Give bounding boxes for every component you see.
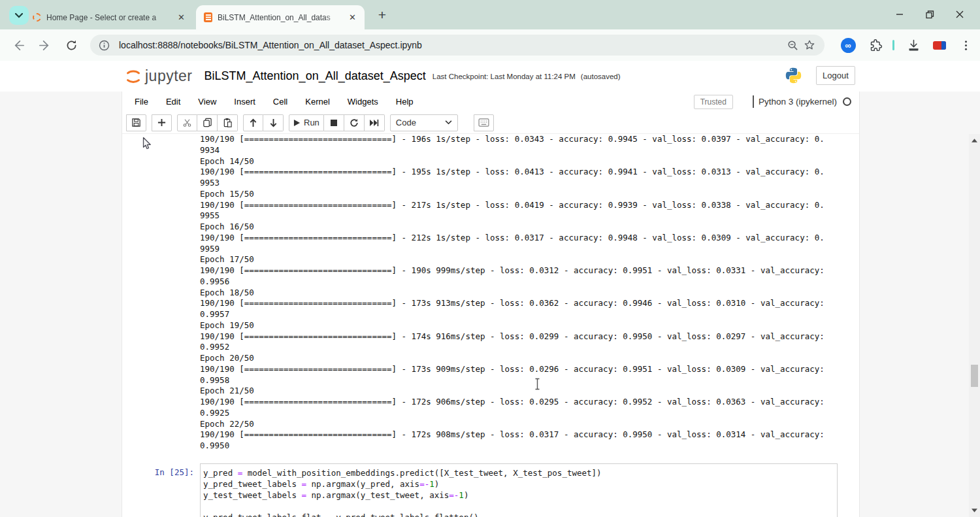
browser-tab-notebook[interactable]: BiLSTM_Attention_on_All_datas ✕ [196, 5, 365, 29]
window-close-button[interactable] [945, 5, 975, 24]
idm-extension-icon [933, 41, 946, 50]
notebook-content: 190/190 [==============================]… [122, 134, 859, 517]
kernel-name[interactable]: Python 3 (ipykernel) [759, 97, 837, 107]
output-area: 190/190 [==============================]… [200, 134, 859, 452]
output-line: 190/190 [==============================]… [200, 167, 859, 178]
idm-extension-button[interactable] [930, 36, 949, 54]
menu-view[interactable]: View [198, 97, 216, 107]
save-button[interactable] [126, 114, 146, 131]
scrollbar-thumb[interactable] [971, 365, 978, 387]
back-button[interactable] [10, 37, 26, 53]
site-info-icon[interactable] [95, 37, 112, 54]
puzzle-icon [869, 39, 883, 52]
output-line: Epoch 19/50 [200, 320, 859, 331]
bookmark-star-icon[interactable] [801, 37, 818, 54]
output-line: 190/190 [==============================]… [200, 134, 859, 145]
move-cell-down-button[interactable] [263, 114, 284, 131]
output-line: Epoch 22/50 [200, 419, 859, 430]
chevron-down-icon [445, 120, 452, 125]
window-controls [885, 5, 975, 24]
output-line: 0.9952 [200, 342, 859, 353]
code-line [203, 501, 834, 512]
output-line: 0.9957 [200, 309, 859, 320]
notebook-container: File Edit View Insert Cell Kernel Widget… [122, 92, 860, 517]
scroll-up-arrow-icon[interactable] [969, 136, 980, 145]
output-line: 9953 [200, 178, 859, 189]
back-icon [12, 39, 25, 52]
code-line: y_pred = model_with_position_embeddings.… [203, 467, 834, 478]
menu-edit[interactable]: Edit [166, 97, 180, 107]
new-tab-button[interactable]: + [374, 7, 391, 24]
close-icon [956, 10, 964, 18]
reload-icon [65, 39, 78, 52]
menu-cell[interactable]: Cell [273, 97, 287, 107]
output-line: 0.9956 [200, 276, 859, 288]
code-line: y_pred_tweet_labels = np.argmax(y_pred, … [203, 478, 834, 490]
forward-icon [39, 39, 51, 52]
scroll-down-arrow-icon[interactable] [969, 506, 980, 515]
arrow-up-icon [249, 118, 257, 127]
interrupt-kernel-button[interactable] [324, 114, 344, 131]
cell-type-select[interactable]: Code [390, 114, 458, 131]
notebook-toolbar: Run Code [122, 112, 859, 134]
extension-vpn-button[interactable]: ∞ [839, 36, 857, 54]
notebook-title[interactable]: BiLSTM_Attention_on_All_dataset_Aspect [204, 69, 426, 83]
menu-help[interactable]: Help [396, 97, 414, 107]
paste-cell-button[interactable] [218, 114, 238, 131]
save-icon [131, 118, 141, 127]
python-logo-icon [785, 67, 802, 87]
output-line: 190/190 [==============================]… [200, 298, 859, 309]
vertical-scrollbar[interactable] [969, 134, 980, 517]
input-prompt: In [25]: [122, 463, 200, 517]
infinity-extension-icon: ∞ [841, 38, 856, 53]
output-line: 9959 [200, 244, 859, 255]
minimize-icon [896, 10, 904, 18]
window-restore-button[interactable] [915, 5, 945, 24]
trusted-badge[interactable]: Trusted [694, 95, 733, 109]
address-bar[interactable]: localhost:8888/notebooks/BiLSTM_Attentio… [90, 35, 825, 56]
insert-cell-button[interactable] [152, 114, 172, 131]
tab-title: Home Page - Select or create a [46, 13, 172, 22]
browser-toolbar: localhost:8888/notebooks/BiLSTM_Attentio… [0, 29, 980, 61]
kernel-divider [753, 95, 754, 108]
run-cell-button[interactable]: Run [289, 114, 324, 131]
cut-cell-button[interactable] [177, 114, 197, 131]
restore-icon [926, 10, 934, 19]
forward-button[interactable] [37, 37, 52, 53]
browser-tab-home[interactable]: Home Page - Select or create a ✕ [25, 5, 193, 29]
download-icon [907, 39, 921, 52]
reload-button[interactable] [63, 37, 79, 53]
menu-file[interactable]: File [135, 97, 148, 107]
jupyter-wordmark[interactable]: jupyter [145, 67, 193, 85]
tab-close-icon[interactable]: ✕ [176, 12, 187, 23]
browser-menu-button[interactable] [956, 36, 975, 54]
url-text[interactable]: localhost:8888/notebooks/BiLSTM_Attentio… [119, 40, 784, 50]
restart-icon [350, 118, 359, 127]
jupyter-logo-icon [123, 65, 144, 88]
jupyter-header: jupyter BiLSTM_Attention_on_All_dataset_… [0, 61, 980, 92]
output-line: 190/190 [==============================]… [200, 200, 859, 211]
extensions-button[interactable] [866, 36, 885, 54]
code-editor[interactable]: y_pred = model_with_position_embeddings.… [200, 463, 838, 517]
output-line: 0.9950 [200, 441, 859, 452]
command-palette-button[interactable] [474, 114, 494, 131]
downloads-button[interactable] [904, 36, 923, 54]
restart-run-all-button[interactable] [365, 114, 385, 131]
output-line: 190/190 [==============================]… [200, 364, 859, 375]
code-cell[interactable]: In [25]: y_pred = model_with_position_em… [122, 463, 859, 517]
menu-insert[interactable]: Insert [234, 97, 255, 107]
output-line: 9955 [200, 210, 859, 222]
window-minimize-button[interactable] [885, 5, 915, 24]
move-cell-up-button[interactable] [243, 114, 263, 131]
tab-close-icon[interactable]: ✕ [347, 12, 358, 23]
jupyter-favicon-icon [33, 13, 41, 22]
menu-kernel[interactable]: Kernel [305, 97, 330, 107]
arrow-down-icon [269, 118, 278, 127]
menu-widgets[interactable]: Widgets [348, 97, 378, 107]
restart-kernel-button[interactable] [344, 114, 365, 131]
tab-title: BiLSTM_Attention_on_All_datas [218, 13, 343, 22]
zoom-icon[interactable] [784, 37, 801, 54]
copy-cell-button[interactable] [197, 114, 218, 131]
output-line: 190/190 [==============================]… [200, 429, 859, 441]
logout-button[interactable]: Logout [816, 66, 855, 85]
